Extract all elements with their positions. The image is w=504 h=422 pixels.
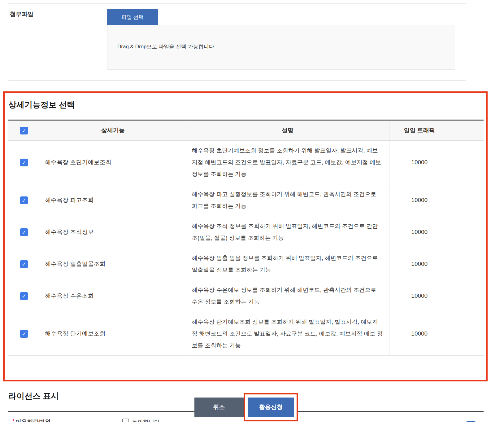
- table-row: ✓ 해수욕장 파고조회 해수욕장 파고 실황정보를 조회하기 위해 해변코드, …: [8, 184, 484, 216]
- dropzone-hint: Drag & Drop으로 파일을 선택 가능합니다.: [107, 25, 455, 50]
- row-checkbox[interactable]: ✓: [20, 330, 28, 338]
- table-row: ✓ 해수욕장 수온조회 해수욕장 수온예보 정보를 조회하기 위해 해변코드, …: [8, 280, 484, 312]
- row-daily-traffic: 10000: [389, 312, 484, 356]
- row-description: 해수욕장 파고 실황정보를 조회하기 위해 해변코드, 관측시간의 조건으로 파…: [186, 184, 389, 216]
- table-header-row: ✓ 상세기능 설명 일일 트래픽: [8, 120, 484, 141]
- column-header-traffic: 일일 트래픽: [389, 120, 484, 141]
- row-function-name: 해수욕장 파고조회: [40, 184, 186, 216]
- column-header-description: 설명: [186, 120, 389, 141]
- row-description: 해수욕장 단기예보조회 정보를 조회하기 위해 발표일자, 발표시각, 예보지점…: [186, 312, 389, 356]
- column-header-function: 상세기능: [40, 120, 186, 141]
- section-divider: [8, 3, 466, 4]
- table-body: ✓ 해수욕장 초단기예보조회 해수욕장 초단기예보조회 정보를 조회하기 위해 …: [8, 141, 484, 356]
- row-description: 해수욕장 조석 정보를 조회하기 위해 발표일자, 해변코드의 조건으로 간만조…: [186, 216, 389, 248]
- table-row: ✓ 해수욕장 초단기예보조회 해수욕장 초단기예보조회 정보를 조회하기 위해 …: [8, 141, 484, 184]
- table-row: ✓ 해수욕장 조석정보 해수욕장 조석 정보를 조회하기 위해 발표일자, 해변…: [8, 216, 484, 248]
- row-checkbox-cell: ✓: [8, 280, 40, 312]
- row-daily-traffic: 10000: [389, 141, 484, 184]
- row-daily-traffic: 10000: [389, 216, 484, 248]
- row-checkbox-cell: ✓: [8, 184, 40, 216]
- row-checkbox-cell: ✓: [8, 312, 40, 356]
- attachment-section: 첨부파일 파일 선택 Drag & Drop으로 파일을 선택 가능합니다.: [0, 9, 504, 70]
- table-row: ✓ 해수욕장 단기예보조회 해수욕장 단기예보조회 정보를 조회하기 위해 발표…: [8, 312, 484, 356]
- row-checkbox-cell: ✓: [8, 141, 40, 184]
- row-daily-traffic: 10000: [389, 248, 484, 280]
- apply-button[interactable]: 활용신청: [248, 398, 294, 417]
- cancel-button[interactable]: 취소: [194, 398, 244, 417]
- form-actions: 취소 활용신청: [0, 382, 504, 422]
- header-select-all-cell: ✓: [8, 120, 40, 141]
- row-function-name: 해수욕장 일출일몰조회: [40, 248, 186, 280]
- row-daily-traffic: 10000: [389, 280, 484, 312]
- apply-button-highlight: 활용신청: [244, 393, 298, 421]
- row-checkbox[interactable]: ✓: [20, 260, 28, 268]
- row-function-name: 해수욕장 초단기예보조회: [40, 141, 186, 184]
- table-row: ✓ 해수욕장 일출일몰조회 해수욕장 일출 일몰 정보를 조회하기 위해 발표일…: [8, 248, 484, 280]
- row-function-name: 해수욕장 수온조회: [40, 280, 186, 312]
- row-function-name: 해수욕장 조석정보: [40, 216, 186, 248]
- row-description: 해수욕장 일출 일몰 정보를 조회하기 위해 발표일자, 해변코드의 조건으로 …: [186, 248, 389, 280]
- row-checkbox[interactable]: ✓: [20, 159, 28, 166]
- file-select-button[interactable]: 파일 선택: [107, 9, 158, 25]
- row-description: 해수욕장 초단기예보조회 정보를 조회하기 위해 발표일자, 발표시각, 예보지…: [186, 141, 389, 184]
- row-daily-traffic: 10000: [389, 184, 484, 216]
- row-checkbox[interactable]: ✓: [20, 196, 28, 204]
- highlighted-selection-area: 상세기능정보 선택 ✓ 상세기능 설명 일일 트래픽 ✓: [3, 91, 488, 381]
- row-description: 해수욕장 수온예보 정보를 조회하기 위해 해변코드, 관측시간의 조건으로 수…: [186, 280, 389, 312]
- attachment-label: 첨부파일: [0, 9, 107, 70]
- detail-function-table: ✓ 상세기능 설명 일일 트래픽 ✓ 해수욕장 초단기예보조회 해수욕장 초단기…: [8, 120, 484, 356]
- section-divider: [8, 80, 466, 81]
- row-function-name: 해수욕장 단기예보조회: [40, 312, 186, 356]
- row-checkbox[interactable]: ✓: [20, 228, 28, 236]
- select-all-checkbox[interactable]: ✓: [20, 127, 28, 134]
- attachment-uploader: 파일 선택 Drag & Drop으로 파일을 선택 가능합니다.: [107, 9, 455, 70]
- row-checkbox-cell: ✓: [8, 248, 40, 280]
- detail-function-section-title: 상세기능정보 선택: [8, 99, 486, 110]
- row-checkbox-cell: ✓: [8, 216, 40, 248]
- row-checkbox[interactable]: ✓: [20, 292, 28, 300]
- application-form-page: 첨부파일 파일 선택 Drag & Drop으로 파일을 선택 가능합니다. 상…: [0, 3, 504, 422]
- file-dropzone[interactable]: Drag & Drop으로 파일을 선택 가능합니다.: [107, 25, 455, 70]
